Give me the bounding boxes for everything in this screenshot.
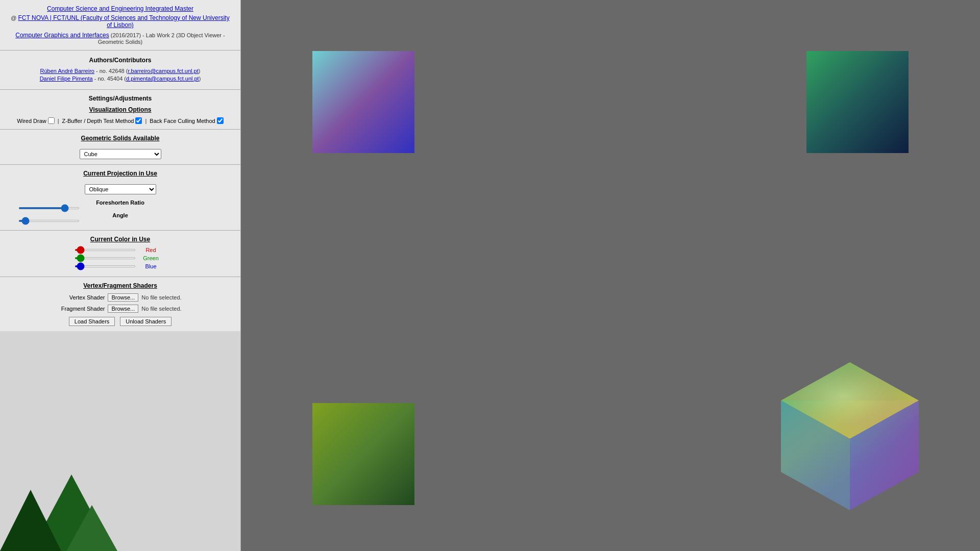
projection-select[interactable]: Oblique Perspective Orthographic	[85, 184, 156, 194]
authors-title: Authors/Contributors	[8, 57, 232, 64]
blue-row: Blue	[8, 263, 232, 269]
vertex-label: Vertex Shader	[59, 294, 105, 300]
blue-label: Blue	[136, 263, 166, 269]
foreshorten-slider[interactable]	[18, 207, 80, 209]
author1-email-link[interactable]: r.barreiro@campus.fct.unl.pt	[128, 68, 198, 74]
visualization-row: Wired Draw | Z-Buffer / Depth Test Metho…	[8, 117, 232, 124]
foreshorten-slider-container	[18, 207, 222, 209]
cube-svg	[761, 347, 939, 525]
shader-buttons: Load Shaders Unload Shaders	[8, 317, 232, 326]
triangle-2	[0, 490, 61, 551]
geometric-select[interactable]: Cube Sphere Cone Cylinder Torus Teapot	[80, 149, 161, 159]
angle-slider[interactable]	[18, 220, 80, 222]
angle-slider-container	[18, 220, 222, 222]
title-link[interactable]: Computer Science and Engineering Integra…	[47, 5, 193, 12]
vertex-browse-button[interactable]: Browse...	[108, 293, 138, 302]
author1-info: Rúben André Barreiro - no. 42648 (r.barr…	[8, 68, 232, 74]
red-label: Red	[136, 247, 166, 253]
left-panel: Computer Science and Engineering Integra…	[0, 0, 241, 551]
fragment-file-status: No file selected.	[141, 306, 181, 312]
backface-checkbox[interactable]	[217, 117, 224, 124]
red-row: Red	[8, 247, 232, 253]
load-shaders-button[interactable]: Load Shaders	[69, 317, 115, 326]
canvas-bottom-right	[761, 347, 939, 525]
course-link[interactable]: Computer Graphics and Interfaces	[15, 32, 109, 39]
canvas-top-right	[806, 51, 909, 153]
backface-label[interactable]: Back Face Culling Method	[150, 117, 223, 124]
shaders-title: Vertex/Fragment Shaders	[8, 282, 232, 289]
green-slider[interactable]	[75, 257, 136, 259]
wired-draw-label[interactable]: Wired Draw	[17, 117, 54, 124]
settings-section: Settings/Adjustments Visualization Optio…	[0, 90, 240, 130]
fragment-label: Fragment Shader	[59, 306, 105, 312]
color-section: Current Color in Use Red Green Blue	[0, 231, 240, 277]
red-slider[interactable]	[75, 249, 136, 251]
fragment-shader-row: Fragment Shader Browse... No file select…	[8, 305, 232, 313]
vertex-shader-row: Vertex Shader Browse... No file selected…	[8, 293, 232, 302]
author1-name-link[interactable]: Rúben André Barreiro	[40, 68, 94, 74]
wired-draw-checkbox[interactable]	[48, 117, 55, 124]
blue-slider[interactable]	[75, 265, 136, 267]
shader-section: Vertex/Fragment Shaders Vertex Shader Br…	[0, 277, 240, 331]
deco-triangles	[0, 449, 241, 551]
canvas-top-left	[312, 51, 414, 153]
geometric-section: Geometric Solids Available Cube Sphere C…	[0, 130, 240, 165]
fragment-browse-button[interactable]: Browse...	[108, 305, 138, 313]
green-label: Green	[136, 255, 166, 261]
unload-shaders-button[interactable]: Unload Shaders	[120, 317, 172, 326]
visualization-title: Visualization Options	[8, 106, 232, 113]
triangle-1	[31, 474, 112, 551]
author2-info: Daniel Filipe Pimenta - no. 45404 (d.pim…	[8, 76, 232, 82]
green-row: Green	[8, 255, 232, 261]
cube-blend-overlay	[781, 400, 919, 510]
canvas-bottom-left	[312, 403, 414, 505]
triangle-3	[66, 505, 117, 551]
author2-email-link[interactable]: d.pimenta@campus.fct.unl.pt	[126, 76, 199, 82]
header-section: Computer Science and Engineering Integra…	[0, 0, 240, 51]
right-area	[241, 0, 980, 551]
geometric-title: Geometric Solids Available	[8, 135, 232, 142]
authors-section: Authors/Contributors Rúben André Barreir…	[0, 51, 240, 90]
year-label: (2016/2017)	[111, 32, 141, 38]
zbuffer-label[interactable]: Z-Buffer / Depth Test Method	[62, 117, 142, 124]
author2-name-link[interactable]: Daniel Filipe Pimenta	[40, 76, 93, 82]
zbuffer-checkbox[interactable]	[135, 117, 142, 124]
color-title: Current Color in Use	[8, 236, 232, 243]
projection-title: Current Projection in Use	[8, 170, 232, 177]
university-link[interactable]: FCT NOVA | FCT/UNL (Faculty of Sciences …	[18, 14, 230, 29]
vertex-file-status: No file selected.	[141, 294, 181, 300]
projection-section: Current Projection in Use Oblique Perspe…	[0, 165, 240, 231]
settings-title: Settings/Adjustments	[8, 95, 232, 102]
slider-group: Foreshorten Ratio Angle	[8, 199, 232, 222]
